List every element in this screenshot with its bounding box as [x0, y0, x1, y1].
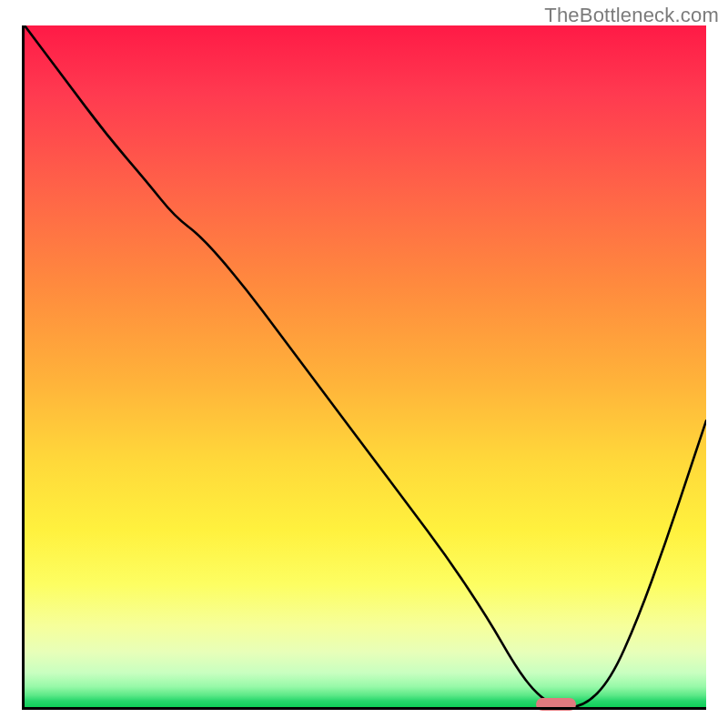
- curve-svg: [25, 25, 706, 707]
- current-position-marker: [536, 698, 576, 711]
- bottleneck-curve-path: [25, 25, 706, 707]
- watermark-text: TheBottleneck.com: [544, 4, 719, 27]
- chart-frame: [22, 25, 706, 710]
- chart-container: TheBottleneck.com: [0, 0, 728, 728]
